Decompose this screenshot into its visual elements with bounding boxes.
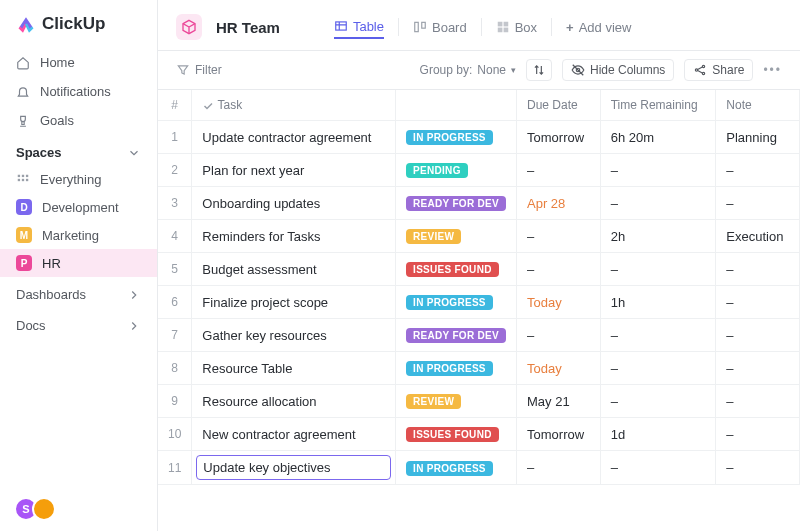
due-cell[interactable]: – [517, 451, 601, 485]
task-cell[interactable]: Resource allocation [192, 385, 396, 418]
time-cell[interactable]: – [600, 187, 716, 220]
table-row[interactable]: 9 Resource allocation REVIEW May 21 – – [158, 385, 800, 418]
brand-logo[interactable]: ClickUp [0, 14, 157, 48]
due-cell[interactable]: – [517, 220, 601, 253]
col-due[interactable]: Due Date [517, 90, 601, 121]
space-chip[interactable] [176, 14, 202, 40]
status-cell[interactable]: ISSUES FOUND [396, 418, 517, 451]
task-cell[interactable]: Reminders for Tasks [192, 220, 396, 253]
task-cell[interactable]: New contractor agreement [192, 418, 396, 451]
tab-table[interactable]: Table [334, 16, 384, 39]
due-cell[interactable]: – [517, 154, 601, 187]
group-by-dropdown[interactable]: Group by: None ▾ [420, 63, 516, 77]
note-cell[interactable]: – [716, 253, 800, 286]
tab-box[interactable]: Box [496, 17, 537, 38]
time-cell[interactable]: 2h [600, 220, 716, 253]
time-cell[interactable]: – [600, 319, 716, 352]
table-row[interactable]: 7 Gather key resources READY FOR DEV – –… [158, 319, 800, 352]
status-cell[interactable]: READY FOR DEV [396, 319, 517, 352]
user-avatars[interactable]: S [14, 497, 143, 521]
due-cell[interactable]: May 21 [517, 385, 601, 418]
table-row[interactable]: 5 Budget assessment ISSUES FOUND – – – [158, 253, 800, 286]
col-time[interactable]: Time Remaining [600, 90, 716, 121]
sidebar-item-everything[interactable]: Everything [0, 166, 157, 193]
note-cell[interactable]: Planning [716, 121, 800, 154]
share-button[interactable]: Share [684, 59, 753, 81]
spaces-header[interactable]: Spaces [0, 135, 157, 166]
nav-notifications[interactable]: Notifications [0, 77, 157, 106]
time-cell[interactable]: 6h 20m [600, 121, 716, 154]
status-cell[interactable]: IN PROGRESS [396, 286, 517, 319]
table-row[interactable]: 1 Update contractor agreement IN PROGRES… [158, 121, 800, 154]
note-cell[interactable]: – [716, 352, 800, 385]
table-row[interactable]: 2 Plan for next year PENDING – – – [158, 154, 800, 187]
status-cell[interactable]: ISSUES FOUND [396, 253, 517, 286]
filter-button[interactable]: Filter [176, 63, 222, 77]
task-cell[interactable]: Gather key resources [192, 319, 396, 352]
sidebar-space-item[interactable]: MMarketing [0, 221, 157, 249]
time-cell[interactable]: – [600, 253, 716, 286]
add-view-button[interactable]: + Add view [566, 17, 631, 38]
due-cell[interactable]: Today [517, 352, 601, 385]
status-cell[interactable]: IN PROGRESS [396, 121, 517, 154]
time-cell[interactable]: – [600, 385, 716, 418]
task-cell[interactable]: Budget assessment [192, 253, 396, 286]
tab-board[interactable]: Board [413, 17, 467, 38]
status-cell[interactable]: REVIEW [396, 220, 517, 253]
col-status[interactable] [396, 90, 517, 121]
nav-goals[interactable]: Goals [0, 106, 157, 135]
nav-home[interactable]: Home [0, 48, 157, 77]
col-note[interactable]: Note [716, 90, 800, 121]
note-cell[interactable]: – [716, 187, 800, 220]
sort-icon [532, 63, 546, 77]
status-cell[interactable]: IN PROGRESS [396, 352, 517, 385]
due-cell[interactable]: Apr 28 [517, 187, 601, 220]
note-cell[interactable]: – [716, 418, 800, 451]
due-cell[interactable]: – [517, 319, 601, 352]
avatar[interactable] [32, 497, 56, 521]
col-index[interactable]: # [158, 90, 192, 121]
time-cell[interactable]: – [600, 451, 716, 485]
table-row[interactable]: 6 Finalize project scope IN PROGRESS Tod… [158, 286, 800, 319]
time-cell[interactable]: – [600, 352, 716, 385]
sidebar-space-item[interactable]: DDevelopment [0, 193, 157, 221]
note-cell[interactable]: – [716, 319, 800, 352]
table-row[interactable]: 3 Onboarding updates READY FOR DEV Apr 2… [158, 187, 800, 220]
note-cell[interactable]: Execution [716, 220, 800, 253]
table-row[interactable]: 10 New contractor agreement ISSUES FOUND… [158, 418, 800, 451]
table-row[interactable]: 4 Reminders for Tasks REVIEW – 2h Execut… [158, 220, 800, 253]
time-cell[interactable]: 1h [600, 286, 716, 319]
due-cell[interactable]: Tomorrow [517, 121, 601, 154]
due-cell[interactable]: Tomorrow [517, 418, 601, 451]
task-cell[interactable]: Plan for next year [192, 154, 396, 187]
task-cell[interactable]: Update key objectives [192, 451, 396, 485]
note-cell[interactable]: – [716, 286, 800, 319]
time-cell[interactable]: – [600, 154, 716, 187]
tab-label: Board [432, 20, 467, 35]
table-row[interactable]: 11 Update key objectives IN PROGRESS – –… [158, 451, 800, 485]
task-edit-input[interactable]: Update key objectives [196, 455, 391, 480]
note-cell[interactable]: – [716, 451, 800, 485]
sidebar-space-item[interactable]: PHR [0, 249, 157, 277]
note-cell[interactable]: – [716, 154, 800, 187]
status-cell[interactable]: REVIEW [396, 385, 517, 418]
task-cell[interactable]: Finalize project scope [192, 286, 396, 319]
due-cell[interactable]: – [517, 253, 601, 286]
hide-columns-button[interactable]: Hide Columns [562, 59, 674, 81]
note-cell[interactable]: – [716, 385, 800, 418]
task-cell[interactable]: Update contractor agreement [192, 121, 396, 154]
status-badge: READY FOR DEV [406, 328, 506, 343]
task-cell[interactable]: Resource Table [192, 352, 396, 385]
due-cell[interactable]: Today [517, 286, 601, 319]
table-row[interactable]: 8 Resource Table IN PROGRESS Today – – [158, 352, 800, 385]
more-button[interactable]: ••• [763, 63, 782, 77]
task-cell[interactable]: Onboarding updates [192, 187, 396, 220]
status-cell[interactable]: PENDING [396, 154, 517, 187]
col-task[interactable]: Task [192, 90, 396, 121]
docs-header[interactable]: Docs [0, 308, 157, 339]
status-cell[interactable]: READY FOR DEV [396, 187, 517, 220]
dashboards-header[interactable]: Dashboards [0, 277, 157, 308]
status-cell[interactable]: IN PROGRESS [396, 451, 517, 485]
sort-button[interactable] [526, 59, 552, 81]
time-cell[interactable]: 1d [600, 418, 716, 451]
